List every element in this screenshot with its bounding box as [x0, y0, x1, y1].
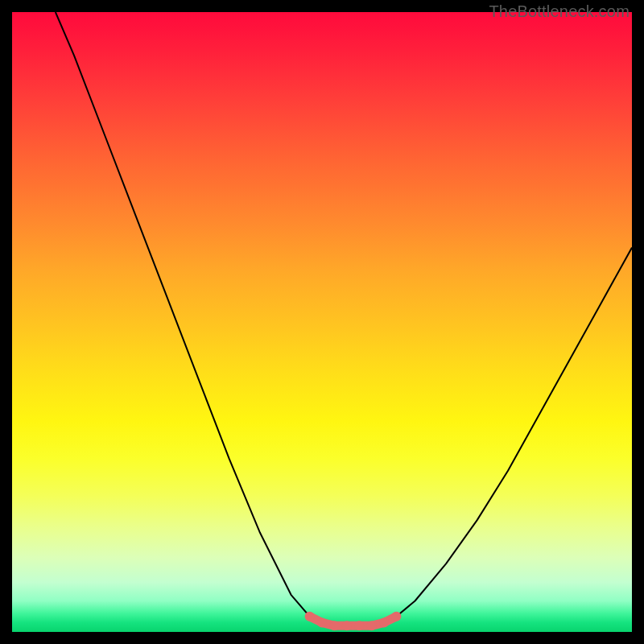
bottleneck-curve: [56, 12, 632, 625]
marker-dot: [354, 621, 364, 630]
marker-dot: [305, 612, 315, 621]
marker-dot: [317, 617, 327, 627]
marker-dot: [342, 621, 352, 630]
marker-dot: [391, 612, 401, 621]
chart-frame: TheBottleneck.com: [0, 0, 644, 644]
plot-area: [12, 12, 632, 632]
marker-dot: [367, 621, 377, 630]
watermark-text: TheBottleneck.com: [489, 2, 630, 21]
marker-dot: [379, 617, 389, 627]
marker-dot: [329, 621, 339, 630]
bottleneck-curve-svg: [12, 12, 632, 632]
